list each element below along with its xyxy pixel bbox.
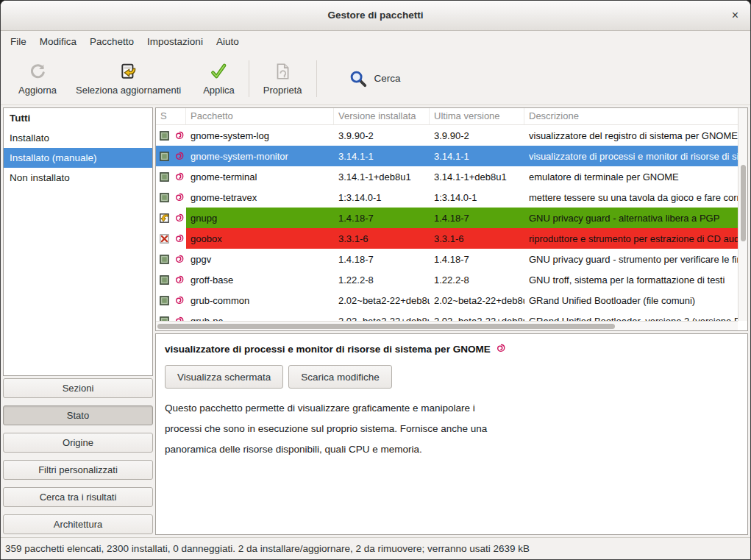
menu-modifica[interactable]: Modifica [33, 31, 83, 52]
sidebar-button[interactable]: Cerca tra i risultati [3, 487, 153, 507]
sidebar-button[interactable]: Stato [3, 405, 153, 425]
titlebar: Gestore di pacchetti × [1, 1, 750, 31]
package-table: S Pacchetto Versione installata Ultima v… [155, 107, 748, 331]
package-description: Questo pacchetto permette di visualizzar… [165, 398, 738, 460]
status-installed-icon[interactable] [156, 290, 172, 311]
filter-item[interactable]: Tutti [4, 108, 152, 128]
description-line: Questo pacchetto permette di visualizzar… [165, 398, 738, 419]
filter-mode-buttons: SezioniStatoOrigineFiltri personalizzati… [3, 378, 153, 535]
status-installed-icon[interactable] [156, 166, 172, 187]
debian-swirl-icon [172, 228, 186, 249]
horizontal-scrollbar-thumb[interactable] [157, 324, 615, 329]
package-row[interactable]: gpgv1.4.18-71.4.18-7GNU privacy guard - … [156, 249, 738, 269]
package-row[interactable]: gnupg1.4.18-71.4.18-7GNU privacy guard -… [156, 208, 738, 228]
latest-version-cell: 1.4.18-7 [430, 249, 524, 269]
mark-upgrades-button[interactable]: Seleziona aggiornamenti [68, 58, 188, 99]
latest-version-cell: 3.14.1-1+deb8u1 [430, 166, 524, 187]
details-title-row: visualizzatore di processi e monitor di … [165, 343, 738, 355]
horizontal-scrollbar[interactable] [156, 321, 738, 330]
status-installed-icon[interactable] [156, 311, 172, 321]
filter-item[interactable]: Installato [4, 128, 152, 148]
package-manager-window: Gestore di pacchetti × FileModificaPacch… [0, 0, 751, 560]
package-row[interactable]: grub-pc2.02~beta2-22+deb8u12.02~beta2-22… [156, 311, 738, 321]
sidebar: TuttiInstallatoInstallato (manuale)Non i… [3, 107, 153, 535]
status-installed-icon[interactable] [156, 249, 172, 269]
right-pane: S Pacchetto Versione installata Ultima v… [155, 107, 748, 535]
status-remove-icon[interactable] [156, 228, 172, 249]
status-installed-icon[interactable] [156, 269, 172, 290]
mark-upgrades-icon [119, 61, 138, 82]
package-name-cell: gnupg [186, 208, 334, 228]
status-installed-icon[interactable] [156, 146, 172, 166]
debian-swirl-icon [172, 290, 186, 311]
debian-swirl-icon [172, 125, 186, 146]
filter-item[interactable]: Installato (manuale) [4, 148, 152, 168]
column-header-status[interactable]: S [156, 108, 186, 124]
package-name-cell: gnome-system-monitor [186, 146, 334, 166]
properties-button[interactable]: Proprietà [256, 58, 310, 99]
installed-version-cell: 1.4.18-7 [334, 208, 430, 228]
status-installed-icon[interactable] [156, 125, 172, 146]
menu-impostazioni[interactable]: Impostazioni [140, 31, 210, 52]
column-header-description[interactable]: Descrizione [524, 108, 738, 124]
description-line: processi che sono in esecuzione sul prop… [165, 419, 738, 439]
toolbar-separator [316, 60, 317, 97]
package-row[interactable]: goobox3.3.1-63.3.1-6riproduttore e strum… [156, 228, 738, 249]
get-screenshot-button[interactable]: Visualizza schermata [165, 365, 283, 389]
filter-item[interactable]: Non installato [4, 168, 152, 188]
installed-version-cell: 3.9.90-2 [334, 125, 430, 146]
description-cell: GRand Unified Bootloader, versione 2 (ve… [524, 311, 738, 321]
package-name-cell: gnome-terminal [186, 166, 334, 187]
package-row[interactable]: groff-base1.22.2-81.22.2-8GNU troff, sis… [156, 269, 738, 290]
status-reinstall-icon[interactable] [156, 208, 172, 228]
package-row[interactable]: gnome-system-log3.9.90-23.9.90-2visualiz… [156, 125, 738, 146]
package-name-cell: gnome-system-log [186, 125, 334, 146]
search-button[interactable]: Cerca [340, 63, 410, 95]
latest-version-cell: 2.02~beta2-22+deb8u1 [430, 290, 524, 311]
description-cell: mettere tessere su una tavola da gioco e… [524, 187, 738, 208]
statusbar: 359 pacchetti elencati, 2300 installati,… [1, 537, 750, 559]
latest-version-cell: 3.3.1-6 [430, 228, 524, 249]
package-row[interactable]: gnome-system-monitor3.14.1-13.14.1-1visu… [156, 146, 738, 166]
menu-file[interactable]: File [4, 31, 33, 52]
column-header-installed-version[interactable]: Versione installata [334, 108, 430, 124]
package-row[interactable]: gnome-terminal3.14.1-1+deb8u13.14.1-1+de… [156, 166, 738, 187]
sidebar-button[interactable]: Sezioni [3, 378, 153, 398]
menu-pacchetto[interactable]: Pacchetto [83, 31, 140, 52]
status-installed-icon[interactable] [156, 187, 172, 208]
mark-upgrades-label: Seleziona aggiornamenti [76, 85, 181, 96]
apply-button[interactable]: Applica [196, 58, 242, 99]
search-icon [349, 68, 368, 89]
menu-aiuto[interactable]: Aiuto [210, 31, 246, 52]
vertical-scrollbar[interactable] [738, 108, 747, 321]
sidebar-button[interactable]: Origine [3, 433, 153, 453]
debian-swirl-icon [172, 146, 186, 166]
debian-swirl-icon [172, 311, 186, 321]
latest-version-cell: 3.14.1-1 [430, 146, 524, 166]
description-cell: emulatore di terminale per GNOME [524, 166, 738, 187]
latest-version-cell: 1.22.2-8 [430, 269, 524, 290]
refresh-icon [28, 61, 47, 82]
latest-version-cell: 3.9.90-2 [430, 125, 524, 146]
sidebar-button[interactable]: Filtri personalizzati [3, 460, 153, 480]
close-icon[interactable]: × [727, 1, 743, 30]
installed-version-cell: 2.02~beta2-22+deb8u1 [334, 311, 430, 321]
package-row[interactable]: gnome-tetravex1:3.14.0-11:3.14.0-1metter… [156, 187, 738, 208]
installed-version-cell: 1.22.2-8 [334, 269, 430, 290]
debian-swirl-icon [172, 187, 186, 208]
sidebar-button[interactable]: Architettura [3, 514, 153, 534]
details-buttons: Visualizza schermata Scarica modifiche [165, 365, 738, 389]
table-header: S Pacchetto Versione installata Ultima v… [156, 108, 738, 125]
package-name-cell: grub-common [186, 290, 334, 311]
refresh-button[interactable]: Aggiorna [11, 58, 64, 99]
window-title: Gestore di pacchetti [1, 1, 750, 30]
vertical-scrollbar-thumb[interactable] [741, 165, 746, 241]
description-cell: GNU privacy guard - strumento per verifi… [524, 249, 738, 269]
get-changelog-button[interactable]: Scarica modifiche [288, 365, 392, 389]
package-row[interactable]: grub-common2.02~beta2-22+deb8u12.02~beta… [156, 290, 738, 311]
column-header-latest-version[interactable]: Ultima versione [430, 108, 524, 124]
column-header-package[interactable]: Pacchetto [186, 108, 334, 124]
debian-swirl-icon [172, 166, 186, 187]
status-text: 359 pacchetti elencati, 2300 installati,… [5, 543, 530, 554]
installed-version-cell: 3.14.1-1+deb8u1 [334, 166, 430, 187]
